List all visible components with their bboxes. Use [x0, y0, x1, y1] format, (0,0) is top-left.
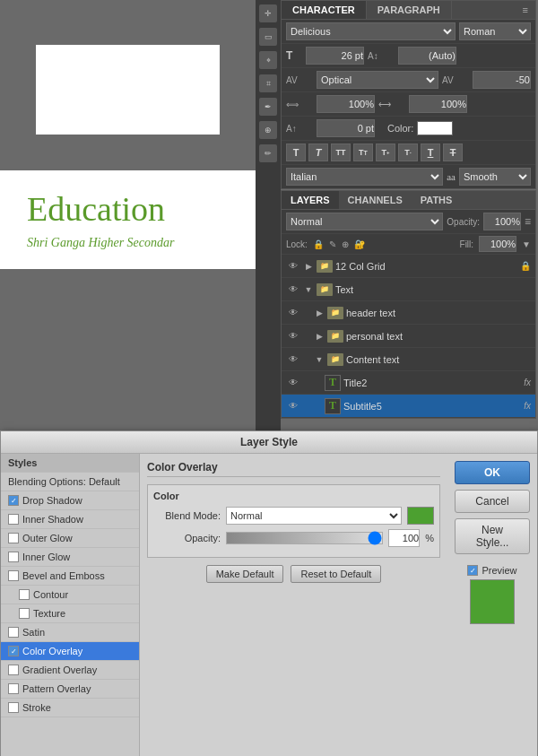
cancel-button[interactable]: Cancel	[455, 490, 530, 513]
expand-icon[interactable]: ▶	[303, 261, 314, 272]
color-overlay-checkbox[interactable]	[8, 646, 19, 656]
move-tool-icon[interactable]: ✛	[259, 4, 277, 22]
layer-personal-text[interactable]: 👁 ▶ 📁 personal text	[282, 325, 535, 348]
leading-input[interactable]	[398, 47, 456, 65]
expand-icon[interactable]: ▶	[314, 331, 325, 342]
scale-h-input[interactable]	[317, 95, 375, 113]
tab-layers[interactable]: LAYERS	[282, 191, 339, 209]
lasso-tool-icon[interactable]: ⌖	[259, 51, 277, 69]
layer-subtitle5[interactable]: 👁 T Subtitle5 fx	[282, 395, 535, 418]
kerning-select[interactable]: Optical	[317, 71, 438, 89]
drop-shadow-checkbox[interactable]	[8, 495, 19, 506]
panel-close-icon[interactable]: ≡	[516, 1, 535, 19]
inner-glow-checkbox[interactable]	[8, 552, 19, 562]
texture-checkbox[interactable]	[19, 608, 30, 619]
strikethrough-btn[interactable]: T	[443, 143, 463, 161]
pattern-overlay-item[interactable]: Pattern Overlay	[1, 680, 139, 699]
eye-icon[interactable]: 👁	[286, 329, 300, 343]
bevel-emboss-checkbox[interactable]	[8, 570, 19, 581]
contour-item[interactable]: Contour	[1, 586, 139, 604]
tab-paragraph[interactable]: PARAGRAPH	[367, 1, 452, 19]
fill-input[interactable]	[479, 236, 516, 252]
satin-label: Satin	[22, 627, 45, 638]
text-color-swatch[interactable]	[417, 121, 453, 135]
gradient-overlay-checkbox[interactable]	[8, 665, 19, 675]
blending-options-item[interactable]: Blending Options: Default	[1, 473, 139, 491]
crop-tool-icon[interactable]: ⌗	[259, 74, 277, 92]
brush-tool-icon[interactable]: ✏	[259, 144, 277, 162]
color-overlay-swatch[interactable]	[407, 507, 434, 525]
expand-icon[interactable]: ▼	[314, 354, 325, 365]
expand-icon[interactable]: ▶	[314, 308, 325, 318]
baseline-input[interactable]	[317, 119, 375, 137]
outer-glow-checkbox[interactable]	[8, 533, 19, 543]
eye-icon[interactable]: 👁	[286, 352, 300, 367]
font-style-select[interactable]: Roman	[459, 22, 531, 40]
color-overlay-item[interactable]: Color Overlay	[1, 642, 139, 661]
blend-mode-select[interactable]: Normal	[286, 213, 443, 230]
inner-shadow-item[interactable]: Inner Shadow	[1, 510, 139, 529]
drop-shadow-item[interactable]: Drop Shadow	[1, 491, 139, 510]
layer-12col-grid[interactable]: 👁 ▶ 📁 12 Col Grid 🔒	[282, 255, 535, 278]
subscript-btn[interactable]: T-	[398, 143, 418, 161]
underline-btn[interactable]: T	[421, 143, 440, 161]
new-style-button[interactable]: New Style...	[455, 518, 530, 554]
eye-icon[interactable]: 👁	[286, 376, 300, 390]
fill-expand-icon[interactable]: ▼	[522, 239, 531, 249]
gradient-overlay-item[interactable]: Gradient Overlay	[1, 661, 139, 680]
allcaps-btn[interactable]: TT	[331, 143, 351, 161]
eyedropper-tool-icon[interactable]: ✒	[259, 98, 277, 116]
canvas-area	[0, 0, 256, 179]
layers-menu-icon[interactable]: ≡	[525, 215, 531, 228]
lock-paint-icon[interactable]: ✎	[329, 239, 336, 249]
make-default-btn[interactable]: Make Default	[206, 565, 284, 583]
scale-v-input[interactable]	[409, 95, 467, 113]
preview-checkbox[interactable]: ✓	[467, 565, 478, 576]
tracking-input[interactable]	[473, 71, 531, 89]
selection-tool-icon[interactable]: ▭	[259, 28, 277, 46]
smallcaps-btn[interactable]: TT	[353, 143, 373, 161]
color-overlay-blend-select[interactable]: Normal	[226, 507, 402, 525]
inner-glow-item[interactable]: Inner Glow	[1, 548, 139, 567]
reset-default-btn[interactable]: Reset to Default	[291, 565, 381, 583]
layer-title2[interactable]: 👁 T Title2 fx	[282, 371, 535, 395]
tab-channels[interactable]: CHANNELS	[339, 191, 412, 209]
stroke-item[interactable]: Stroke	[1, 699, 139, 717]
tab-paths[interactable]: PATHS	[412, 191, 462, 209]
lock-position-icon[interactable]: 🔒	[313, 239, 324, 249]
font-family-select[interactable]: Delicious	[286, 22, 456, 40]
healing-tool-icon[interactable]: ⊕	[259, 121, 277, 139]
texture-item[interactable]: Texture	[1, 604, 139, 623]
bold-btn[interactable]: T	[286, 143, 306, 161]
satin-checkbox[interactable]	[8, 627, 19, 638]
layer-content-text[interactable]: 👁 ▼ 📁 Content text	[282, 348, 535, 371]
eye-icon[interactable]: 👁	[286, 259, 300, 274]
opacity-input[interactable]	[483, 213, 521, 230]
contour-checkbox[interactable]	[19, 589, 30, 600]
opacity-number[interactable]	[388, 529, 420, 547]
antialiasing-select[interactable]: Smooth	[459, 168, 531, 186]
eye-icon[interactable]: 👁	[286, 399, 300, 413]
expand-icon[interactable]: ▼	[303, 284, 314, 295]
outer-glow-item[interactable]: Outer Glow	[1, 529, 139, 548]
italic-btn[interactable]: T	[308, 143, 328, 161]
tab-character[interactable]: CHARACTER	[282, 1, 367, 19]
eye-icon[interactable]: 👁	[286, 282, 300, 297]
language-select[interactable]: Italian	[286, 168, 443, 186]
ok-button[interactable]: OK	[455, 461, 530, 484]
layer-text[interactable]: 👁 ▼ 📁 Text	[282, 278, 535, 301]
pattern-overlay-label: Pattern Overlay	[22, 683, 91, 694]
inner-shadow-checkbox[interactable]	[8, 514, 19, 525]
superscript-btn[interactable]: T+	[376, 143, 395, 161]
opacity-slider[interactable]	[226, 532, 383, 544]
eye-icon[interactable]: 👁	[286, 306, 300, 320]
layer-header-text[interactable]: 👁 ▶ 📁 header text	[282, 301, 535, 325]
stroke-checkbox[interactable]	[8, 702, 19, 713]
pattern-overlay-checkbox[interactable]	[8, 683, 19, 694]
lock-move-icon[interactable]: ⊕	[342, 239, 349, 249]
bevel-emboss-item[interactable]: Bevel and Emboss	[1, 567, 139, 586]
font-size-input[interactable]	[306, 47, 364, 65]
opacity-label: Opacity:	[447, 217, 480, 227]
satin-item[interactable]: Satin	[1, 623, 139, 642]
lock-all-icon[interactable]: 🔐	[354, 239, 365, 249]
